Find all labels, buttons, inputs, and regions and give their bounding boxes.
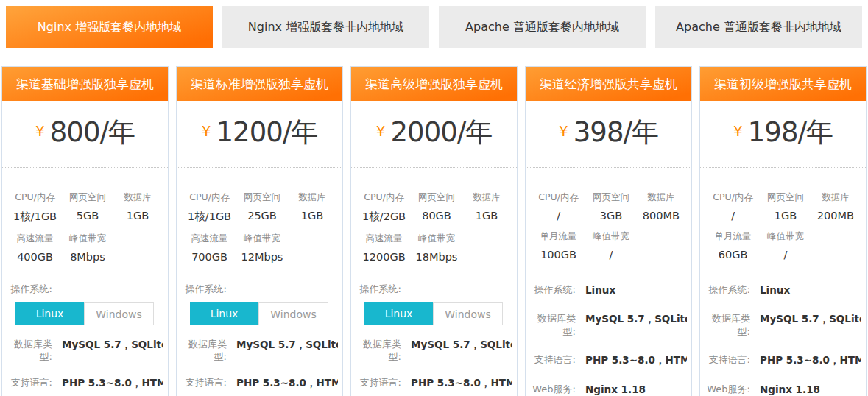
spec-value: 8Mbps (62, 245, 113, 263)
db-type-value: MySQL 5.7，SQLite (576, 312, 687, 325)
spec-label: 峰值带宽 (411, 224, 462, 245)
os-label: 操作系统: (700, 283, 750, 297)
currency-symbol: ¥ (35, 122, 45, 140)
language-label: 支持语言: (2, 376, 52, 389)
spec-grid: CPU/内存 网页空间 数据库 1核/1GB 25GB 1GB 高速流量 峰值带… (177, 168, 342, 263)
spec-value: 80GB (411, 204, 462, 224)
db-type-value: MySQL 5.7，SQLite (227, 338, 338, 351)
spec-grid: CPU/内存 网页空间 数据库 1核/1GB 5GB 1GB 高速流量 峰值带宽… (2, 168, 168, 263)
db-type-value: MySQL 5.7，SQLite (401, 338, 512, 351)
spec-label: 数据库 (811, 183, 860, 204)
db-type-label: 数据库类型: (351, 338, 401, 364)
spec-label: 网页空间 (760, 183, 811, 204)
language-value: PHP 5.3~8.0，HTM... (401, 376, 512, 389)
tab-nginx-enhanced-mainland[interactable]: Nginx 增强版套餐内地地域 (6, 6, 213, 48)
spec-label: 峰值带宽 (760, 222, 811, 243)
spec-grid: CPU/内存 网页空间 数据库 / 3GB 800MB 单月流量 峰值带宽 10… (526, 168, 691, 261)
os-linux-button[interactable]: Linux (364, 302, 433, 325)
plan-title: 渠道高级增强版独享虚机 (351, 67, 517, 101)
os-toggle: Linux Windows (190, 302, 328, 325)
os-linux-button[interactable]: Linux (15, 302, 84, 325)
os-linux-button[interactable]: Linux (190, 302, 258, 325)
spec-label: 高速流量 (8, 224, 62, 245)
plan-price: ¥800/年 (2, 101, 168, 168)
plan-title: 渠道标准增强版独享虚机 (177, 67, 342, 101)
spec-label: CPU/内存 (8, 183, 62, 204)
spec-value: 400GB (8, 245, 62, 263)
spec-value: 1核/2GB (357, 204, 411, 224)
spec-value: 800MB (637, 204, 685, 222)
currency-symbol: ¥ (559, 122, 568, 140)
plan-title: 渠道基础增强版独享虚机 (2, 67, 168, 101)
spec-label: CPU/内存 (183, 183, 236, 204)
currency-symbol: ¥ (376, 122, 386, 140)
os-value: Linux (750, 283, 861, 297)
spec-value: 200MB (811, 204, 860, 222)
spec-label: 数据库 (113, 183, 162, 204)
plan-price: ¥1200/年 (177, 101, 342, 168)
spec-label: 高速流量 (183, 224, 236, 245)
spec-label: 数据库 (462, 183, 511, 204)
os-toggle: Linux Windows (15, 302, 154, 325)
spec-label: 数据库 (637, 183, 685, 204)
db-type-value: MySQL 5.7，SQLite (52, 338, 163, 351)
price-per-year: /年 (283, 116, 317, 148)
spec-label-empty (113, 224, 162, 245)
os-label: 操作系统: (177, 283, 227, 296)
os-value: Linux (576, 283, 687, 297)
spec-value-empty (288, 245, 336, 263)
web-service-value: Nginx 1.18 (576, 383, 687, 396)
os-windows-button[interactable]: Windows (433, 302, 503, 325)
plan-details: 操作系统:Linux 数据库类型:MySQL 5.7，SQLite 支持语言:P… (700, 261, 866, 396)
spec-label-empty (462, 224, 511, 245)
price-amount: 2000 (391, 116, 457, 148)
spec-label: CPU/内存 (706, 183, 760, 204)
language-value: PHP 5.3~8.0，HTM... (576, 353, 687, 367)
os-windows-button[interactable]: Windows (84, 302, 154, 325)
spec-label: CPU/内存 (357, 183, 411, 204)
spec-value-empty (637, 243, 685, 261)
db-type-label: 数据库类型: (700, 312, 750, 338)
spec-grid: CPU/内存 网页空间 数据库 / 1GB 200MB 单月流量 峰值带宽 60… (700, 168, 866, 261)
price-amount: 198 (748, 116, 798, 148)
price-amount: 1200 (216, 116, 283, 148)
currency-symbol: ¥ (202, 122, 211, 140)
spec-label: 网页空间 (236, 183, 288, 204)
db-type-label: 数据库类型: (526, 312, 576, 338)
db-type-label: 数据库类型: (177, 338, 227, 364)
spec-value: 1核/1GB (8, 204, 62, 224)
os-label: 操作系统: (526, 283, 576, 297)
plan-title: 渠道初级增强版共享虚机 (700, 67, 866, 101)
spec-value: / (532, 204, 585, 222)
spec-label: 单月流量 (532, 222, 585, 243)
spec-label-empty (811, 222, 860, 243)
spec-value: 100GB (532, 243, 585, 261)
spec-value-empty (462, 245, 511, 263)
language-label: 支持语言: (526, 353, 576, 367)
language-label: 支持语言: (700, 353, 750, 367)
spec-value: 1核/1GB (183, 204, 236, 224)
spec-value: 3GB (585, 204, 637, 222)
language-value: PHP 5.3~8.0，HTM... (227, 376, 338, 389)
spec-value: 60GB (706, 243, 760, 261)
plan-card-starter: 渠道初级增强版共享虚机 ¥198/年 CPU/内存 网页空间 数据库 / 1GB… (699, 66, 867, 396)
plan-details: 操作系统: Linux Windows 数据库类型:MySQL 5.7，SQLi… (177, 263, 342, 396)
spec-label-empty (288, 224, 336, 245)
plan-price: ¥2000/年 (351, 101, 517, 168)
spec-value: / (760, 243, 811, 261)
price-per-year: /年 (623, 116, 657, 148)
spec-value: 12Mbps (236, 245, 288, 263)
spec-label: 峰值带宽 (585, 222, 637, 243)
plan-details: 操作系统: Linux Windows 数据库类型:MySQL 5.7，SQLi… (2, 263, 168, 396)
os-windows-button[interactable]: Windows (258, 302, 328, 325)
spec-label: 峰值带宽 (236, 224, 288, 245)
spec-label: 高速流量 (357, 224, 411, 245)
tab-nginx-enhanced-overseas[interactable]: Nginx 增强版套餐非内地地域 (222, 6, 429, 48)
plan-cards: 渠道基础增强版独享虚机 ¥800/年 CPU/内存 网页空间 数据库 1核/1G… (0, 66, 868, 396)
plan-price: ¥398/年 (526, 101, 691, 168)
web-service-label: Web服务: (526, 383, 576, 396)
tab-apache-basic-mainland[interactable]: Apache 普通版套餐内地地域 (439, 6, 646, 48)
tab-apache-basic-overseas[interactable]: Apache 普通版套餐非内地地域 (655, 6, 862, 48)
spec-label: 网页空间 (411, 183, 462, 204)
spec-value-empty (113, 245, 162, 263)
